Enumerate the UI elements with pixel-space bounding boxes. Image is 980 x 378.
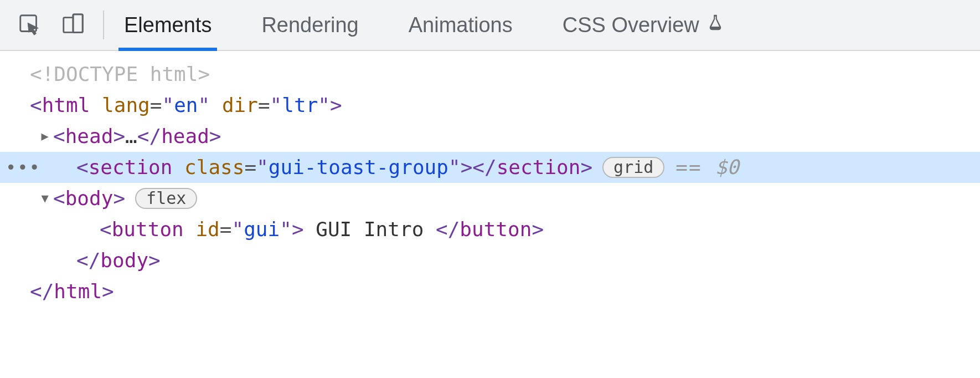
collapse-arrow-icon[interactable]: ▼ — [37, 192, 53, 205]
experiment-flask-icon — [706, 13, 725, 37]
layout-badge-grid[interactable]: grid — [602, 157, 664, 178]
expand-arrow-icon[interactable]: ▶ — [37, 130, 53, 142]
tab-elements[interactable]: Elements — [118, 0, 217, 50]
device-toolbar-icon[interactable] — [58, 9, 89, 40]
tab-css-overview[interactable]: CSS Overview — [557, 0, 730, 50]
console-ref-hint: == $0 — [675, 157, 739, 177]
elements-dom-tree[interactable]: <!DOCTYPE html> <html lang="en" dir="ltr… — [0, 51, 980, 307]
panel-tabs: Elements Rendering Animations CSS Overvi… — [118, 0, 730, 50]
tab-label: CSS Overview — [563, 13, 699, 37]
dom-node-body-open[interactable]: ▼<body>flex — [0, 183, 980, 214]
tab-label: Elements — [124, 13, 212, 37]
dom-node-section-wrap: ••• <section class="gui-toast-group"></s… — [0, 152, 980, 183]
dom-node-section[interactable]: ••• <section class="gui-toast-group"></s… — [0, 152, 980, 183]
toolbar-divider — [103, 11, 104, 39]
more-actions-icon[interactable]: ••• — [6, 159, 41, 176]
tab-rendering[interactable]: Rendering — [256, 0, 364, 50]
doctype-text: <!DOCTYPE html> — [30, 64, 210, 84]
svg-rect-2 — [73, 14, 82, 33]
dom-node-html-open[interactable]: <html lang="en" dir="ltr"> — [0, 90, 980, 121]
dom-node-button[interactable]: <button id="gui"> GUI Intro </button> — [0, 214, 980, 245]
dom-node-html-close[interactable]: </html> — [0, 276, 980, 307]
tab-label: Animations — [409, 13, 513, 37]
tab-animations[interactable]: Animations — [403, 0, 518, 50]
dom-node-doctype[interactable]: <!DOCTYPE html> — [0, 59, 980, 90]
devtools-toolbar: Elements Rendering Animations CSS Overvi… — [0, 0, 980, 51]
dom-node-head[interactable]: ▶<head>…</head> — [0, 121, 980, 152]
layout-badge-flex[interactable]: flex — [135, 188, 197, 209]
dom-node-body-close[interactable]: </body> — [0, 245, 980, 276]
tab-label: Rendering — [261, 13, 358, 37]
inspect-element-icon[interactable] — [14, 9, 45, 40]
